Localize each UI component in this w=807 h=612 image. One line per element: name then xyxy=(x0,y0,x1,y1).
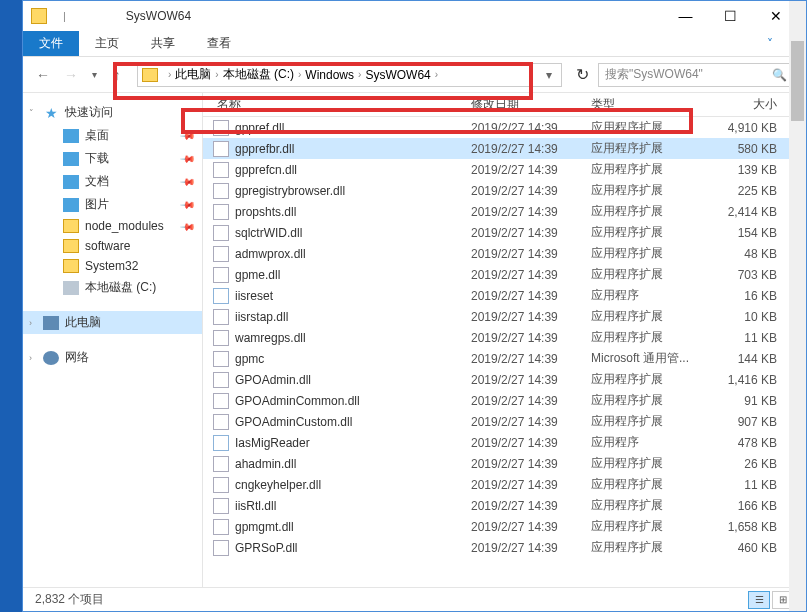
file-row[interactable]: GPOAdmin.dll2019/2/27 14:39应用程序扩展1,416 K… xyxy=(203,369,806,390)
file-date: 2019/2/27 14:39 xyxy=(471,289,591,303)
file-type: 应用程序扩展 xyxy=(591,329,711,346)
column-headers: 名称 修改日期 类型 大小 xyxy=(203,93,806,117)
file-row[interactable]: iisrstap.dll2019/2/27 14:39应用程序扩展10 KB xyxy=(203,306,806,327)
file-row[interactable]: gpregistrybrowser.dll2019/2/27 14:39应用程序… xyxy=(203,180,806,201)
file-row[interactable]: iisRtl.dll2019/2/27 14:39应用程序扩展166 KB xyxy=(203,495,806,516)
refresh-button[interactable]: ↻ xyxy=(570,65,594,84)
file-type: 应用程序扩展 xyxy=(591,224,711,241)
sidebar-network[interactable]: › 网络 xyxy=(23,346,202,369)
sidebar-item[interactable]: node_modules📌 xyxy=(23,216,202,236)
tab-view[interactable]: 查看 xyxy=(191,31,247,56)
file-date: 2019/2/27 14:39 xyxy=(471,184,591,198)
caret-right-icon[interactable]: › xyxy=(29,353,32,363)
search-placeholder: 搜索"SysWOW64" xyxy=(605,66,703,83)
file-row[interactable]: gpprefbr.dll2019/2/27 14:39应用程序扩展580 KB xyxy=(203,138,806,159)
file-row[interactable]: GPOAdminCustom.dll2019/2/27 14:39应用程序扩展9… xyxy=(203,411,806,432)
file-type: 应用程序扩展 xyxy=(591,455,711,472)
sidebar-label: 此电脑 xyxy=(65,314,101,331)
file-row[interactable]: iisreset2019/2/27 14:39应用程序16 KB xyxy=(203,285,806,306)
file-name: gpregistrybrowser.dll xyxy=(235,184,471,198)
file-type: 应用程序扩展 xyxy=(591,539,711,556)
dll-icon xyxy=(213,393,229,409)
sidebar-quick-access[interactable]: ˅ ★ 快速访问 xyxy=(23,101,202,124)
chevron-right-icon[interactable]: › xyxy=(298,69,301,80)
file-size: 10 KB xyxy=(711,310,785,324)
sidebar-item[interactable]: 图片📌 xyxy=(23,193,202,216)
file-date: 2019/2/27 14:39 xyxy=(471,163,591,177)
sidebar-item[interactable]: System32 xyxy=(23,256,202,276)
file-row[interactable]: cngkeyhelper.dll2019/2/27 14:39应用程序扩展11 … xyxy=(203,474,806,495)
dll-icon xyxy=(213,519,229,535)
sidebar-item[interactable]: 下载📌 xyxy=(23,147,202,170)
file-row[interactable]: sqlctrWID.dll2019/2/27 14:39应用程序扩展154 KB xyxy=(203,222,806,243)
col-name[interactable]: 名称 xyxy=(213,96,471,113)
sidebar-this-pc[interactable]: › 此电脑 xyxy=(23,311,202,334)
file-date: 2019/2/27 14:39 xyxy=(471,415,591,429)
chevron-right-icon[interactable]: › xyxy=(435,69,438,80)
file-date: 2019/2/27 14:39 xyxy=(471,541,591,555)
caret-down-icon[interactable]: ˅ xyxy=(29,108,34,118)
tab-file[interactable]: 文件 xyxy=(23,31,79,56)
caret-right-icon[interactable]: › xyxy=(29,318,32,328)
view-details-button[interactable]: ☰ xyxy=(748,591,770,609)
up-button[interactable]: ↑ xyxy=(105,63,129,87)
file-list[interactable]: gppref.dll2019/2/27 14:39应用程序扩展4,910 KBg… xyxy=(203,117,806,587)
sidebar-label: 快速访问 xyxy=(65,104,113,121)
dll-icon xyxy=(213,309,229,325)
address-bar[interactable]: › 此电脑 › 本地磁盘 (C:) › Windows › SysWOW64 ›… xyxy=(137,63,562,87)
file-row[interactable]: GPOAdminCommon.dll2019/2/27 14:39应用程序扩展9… xyxy=(203,390,806,411)
file-row[interactable]: gppref.dll2019/2/27 14:39应用程序扩展4,910 KB xyxy=(203,117,806,138)
back-button[interactable]: ← xyxy=(31,63,55,87)
file-date: 2019/2/27 14:39 xyxy=(471,436,591,450)
chevron-right-icon[interactable]: › xyxy=(358,69,361,80)
search-icon[interactable]: 🔍 xyxy=(772,68,787,82)
col-size[interactable]: 大小 xyxy=(711,96,785,113)
crumb-thispc[interactable]: 此电脑 xyxy=(175,66,211,83)
file-row[interactable]: wamregps.dll2019/2/27 14:39应用程序扩展11 KB xyxy=(203,327,806,348)
crumb-windows[interactable]: Windows xyxy=(305,68,354,82)
crumb-drive[interactable]: 本地磁盘 (C:) xyxy=(223,66,294,83)
col-date[interactable]: 修改日期 xyxy=(471,96,591,113)
scroll-thumb[interactable] xyxy=(791,117,804,121)
file-name: GPRSoP.dll xyxy=(235,541,471,555)
file-row[interactable]: gpme.dll2019/2/27 14:39应用程序扩展703 KB xyxy=(203,264,806,285)
file-date: 2019/2/27 14:39 xyxy=(471,247,591,261)
sidebar-item-label: 图片 xyxy=(85,196,109,213)
file-size: 91 KB xyxy=(711,394,785,408)
file-date: 2019/2/27 14:39 xyxy=(471,226,591,240)
file-size: 1,658 KB xyxy=(711,520,785,534)
exe-icon xyxy=(213,288,229,304)
titlebar[interactable]: | SysWOW64 — ☐ ✕ xyxy=(23,1,806,31)
crumb-syswow64[interactable]: SysWOW64 xyxy=(365,68,430,82)
sidebar-item[interactable]: 桌面📌 xyxy=(23,124,202,147)
col-type[interactable]: 类型 xyxy=(591,96,711,113)
sidebar-item[interactable]: 本地磁盘 (C:) xyxy=(23,276,202,299)
search-input[interactable]: 搜索"SysWOW64" 🔍 xyxy=(598,63,798,87)
file-row[interactable]: gpmgmt.dll2019/2/27 14:39应用程序扩展1,658 KB xyxy=(203,516,806,537)
chevron-right-icon[interactable]: › xyxy=(168,69,171,80)
maximize-button[interactable]: ☐ xyxy=(708,2,753,30)
chevron-right-icon[interactable]: › xyxy=(215,69,218,80)
file-row[interactable]: gpmc2019/2/27 14:39Microsoft 通用管...144 K… xyxy=(203,348,806,369)
file-name: gpprefbr.dll xyxy=(235,142,471,156)
sidebar-item[interactable]: software xyxy=(23,236,202,256)
tab-share[interactable]: 共享 xyxy=(135,31,191,56)
tab-home[interactable]: 主页 xyxy=(79,31,135,56)
file-row[interactable]: IasMigReader2019/2/27 14:39应用程序478 KB xyxy=(203,432,806,453)
minimize-button[interactable]: — xyxy=(663,2,708,30)
dll-icon xyxy=(213,372,229,388)
file-row[interactable]: GPRSoP.dll2019/2/27 14:39应用程序扩展460 KB xyxy=(203,537,806,558)
address-dropdown-icon[interactable]: ▾ xyxy=(541,68,557,82)
file-size: 478 KB xyxy=(711,436,785,450)
sidebar-item[interactable]: 文档📌 xyxy=(23,170,202,193)
file-row[interactable]: admwprox.dll2019/2/27 14:39应用程序扩展48 KB xyxy=(203,243,806,264)
forward-button[interactable]: → xyxy=(59,63,83,87)
file-row[interactable]: propshts.dll2019/2/27 14:39应用程序扩展2,414 K… xyxy=(203,201,806,222)
file-row[interactable]: gpprefcn.dll2019/2/27 14:39应用程序扩展139 KB xyxy=(203,159,806,180)
file-name: sqlctrWID.dll xyxy=(235,226,471,240)
scrollbar-vertical[interactable] xyxy=(789,117,806,587)
file-row[interactable]: ahadmin.dll2019/2/27 14:39应用程序扩展26 KB xyxy=(203,453,806,474)
ribbon-expand-icon[interactable]: ˅ xyxy=(758,31,782,56)
recent-button[interactable]: ▾ xyxy=(87,63,101,87)
file-name: cngkeyhelper.dll xyxy=(235,478,471,492)
